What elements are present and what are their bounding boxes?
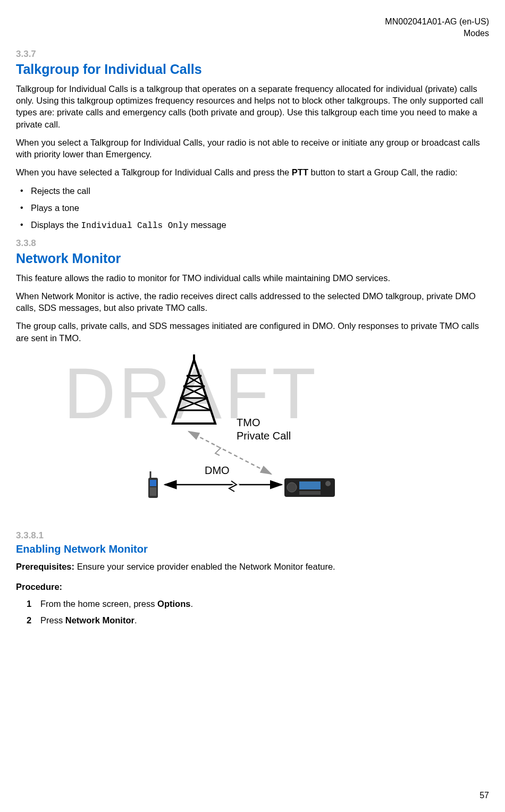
diagram-dmo-label: DMO bbox=[205, 464, 230, 476]
para-337-3: When you have selected a Talkgroup for I… bbox=[16, 166, 489, 178]
svg-point-7 bbox=[287, 483, 297, 492]
step-1-c: . bbox=[190, 599, 193, 608]
section-number-337: 3.3.7 bbox=[16, 48, 489, 61]
doc-id: MN002041A01-AG (en-US) bbox=[16, 16, 489, 28]
step-2-a: Press bbox=[40, 615, 65, 625]
network-monitor-diagram: TMO Private Call bbox=[16, 354, 489, 509]
handheld-radio-icon bbox=[148, 471, 158, 498]
section-number-338: 3.3.8 bbox=[16, 238, 489, 250]
bullets-337: Rejects the call Plays a tone Displays t… bbox=[16, 185, 489, 232]
para-337-3b: button to start a Group Call, the radio: bbox=[308, 167, 458, 177]
step-2-b: Network Monitor bbox=[65, 615, 134, 625]
bullet-337-3: Displays the Individual Calls Only messa… bbox=[18, 219, 489, 232]
step-2-c: . bbox=[134, 615, 137, 625]
para-337-3a: When you have selected a Talkgroup for I… bbox=[16, 167, 292, 177]
para-338-2: When Network Monitor is active, the radi… bbox=[16, 290, 489, 314]
procedure-label: Procedure: bbox=[16, 581, 489, 593]
page-number: 57 bbox=[479, 790, 489, 801]
para-338-1: This feature allows the radio to monitor… bbox=[16, 272, 489, 284]
prerequisites: Prerequisites: Ensure your service provi… bbox=[16, 561, 489, 572]
bullet-337-2: Plays a tone bbox=[18, 202, 489, 214]
prereq-text: Ensure your service provider enabled the… bbox=[74, 562, 335, 571]
para-337-2: When you select a Talkgroup for Individu… bbox=[16, 137, 489, 160]
step-1-b: Options bbox=[157, 599, 190, 608]
bullet-337-1: Rejects the call bbox=[18, 185, 489, 197]
tower-icon bbox=[173, 354, 215, 424]
section-title-338: Network Monitor bbox=[16, 250, 489, 268]
procedure-steps: 1 From the home screen, press Options. 2… bbox=[16, 598, 489, 626]
svg-point-8 bbox=[325, 481, 331, 486]
svg-rect-6 bbox=[299, 481, 321, 489]
bullet-337-3a: Displays the bbox=[31, 220, 81, 230]
diagram-tmo-label-2: Private Call bbox=[237, 430, 291, 442]
header-right: MN002041A01-AG (en-US) Modes bbox=[16, 16, 489, 39]
step-1-a: From the home screen, press bbox=[40, 599, 157, 608]
bullet-337-3b: message bbox=[188, 220, 226, 230]
step-2: 2 Press Network Monitor. bbox=[27, 614, 489, 626]
diagram-tmo-label-1: TMO bbox=[237, 417, 260, 428]
section-title-3381: Enabling Network Monitor bbox=[16, 542, 489, 556]
svg-rect-9 bbox=[299, 491, 321, 495]
section-name: Modes bbox=[16, 28, 489, 39]
svg-rect-3 bbox=[150, 487, 156, 496]
step-1-num: 1 bbox=[27, 598, 31, 610]
section-number-3381: 3.3.8.1 bbox=[16, 530, 489, 542]
ptt-bold: PTT bbox=[292, 167, 308, 177]
step-1: 1 From the home screen, press Options. bbox=[27, 598, 489, 610]
step-2-num: 2 bbox=[27, 614, 31, 626]
para-338-3: The group calls, private calls, and SDS … bbox=[16, 320, 489, 344]
prereq-label: Prerequisites: bbox=[16, 562, 74, 571]
section-title-337: Talkgroup for Individual Calls bbox=[16, 61, 489, 79]
svg-rect-2 bbox=[150, 480, 156, 486]
para-337-1: Talkgroup for Individual Calls is a talk… bbox=[16, 83, 489, 130]
bullet-337-3mono: Individual Calls Only bbox=[81, 221, 188, 231]
mobile-radio-icon bbox=[284, 478, 335, 497]
